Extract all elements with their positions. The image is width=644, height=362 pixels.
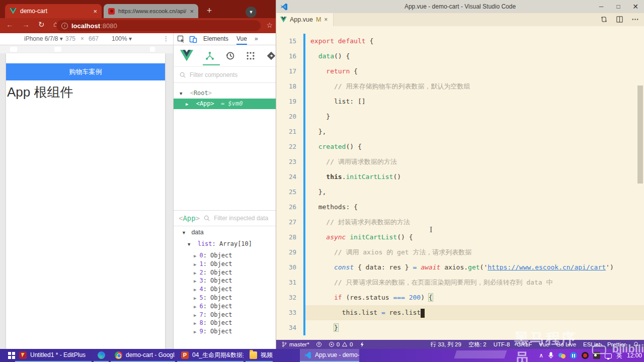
state-entry-5[interactable]: ▶5: Object bbox=[174, 294, 276, 302]
collapse-arrow-icon[interactable]: ▼ bbox=[180, 91, 182, 96]
device-toolbar-menu-icon[interactable]: ⋮ bbox=[163, 35, 169, 42]
bookmark-star-icon[interactable]: ☆ bbox=[266, 21, 273, 29]
code-line-30[interactable]: 30 const { data: res } = await axios.get… bbox=[276, 260, 644, 275]
notifications-bell[interactable] bbox=[633, 341, 639, 347]
routing-tab-icon[interactable] bbox=[266, 51, 276, 61]
tray-chevron-up-icon[interactable]: ∧ bbox=[539, 352, 543, 359]
code-line-33[interactable]: 33 this.list = res.list bbox=[276, 305, 644, 320]
taskbar-item-powerpoint[interactable]: P04_生命周期&数据共... bbox=[177, 349, 244, 362]
prettier-indicator[interactable]: Prettier bbox=[607, 341, 626, 347]
open-changes-icon[interactable] bbox=[600, 16, 608, 23]
cursor-position-indicator[interactable]: 行 33, 列 29 bbox=[431, 341, 461, 348]
microphone-icon[interactable] bbox=[548, 352, 554, 359]
filter-components-input[interactable]: Filter components bbox=[174, 67, 276, 83]
taskbar-item-chrome[interactable]: demo-cart - Googl... bbox=[111, 349, 175, 362]
record-icon[interactable] bbox=[582, 352, 589, 359]
collapse-arrow-icon[interactable]: ▼ bbox=[188, 242, 190, 247]
expand-arrow-icon[interactable]: ▶ bbox=[194, 262, 196, 267]
code-line-15[interactable]: 15export default { bbox=[276, 34, 644, 49]
eslint-indicator[interactable]: ESLint bbox=[583, 341, 600, 347]
indentation-indicator[interactable]: 空格: 2 bbox=[468, 341, 487, 348]
inspect-element-icon[interactable] bbox=[177, 35, 185, 43]
git-branch-indicator[interactable]: master* bbox=[281, 341, 309, 347]
timeline-tab-icon[interactable] bbox=[225, 51, 235, 61]
address-bar[interactable]: i localhost:8080 bbox=[56, 20, 261, 31]
feedback-lightning[interactable] bbox=[359, 341, 365, 347]
browser-extension-button[interactable]: ▼ bbox=[246, 7, 257, 18]
state-entry-4[interactable]: ▶4: Object bbox=[174, 285, 276, 294]
zoom-select[interactable]: 100% ▾ bbox=[112, 35, 132, 42]
tab-close-icon[interactable]: × bbox=[324, 16, 328, 23]
state-entry-3[interactable]: ▶3: Object bbox=[174, 277, 276, 285]
editor-tab-appvue[interactable]: App.vue M × bbox=[276, 13, 334, 26]
state-group-data[interactable]: ▼ data bbox=[182, 229, 204, 236]
tab-close-icon[interactable]: × bbox=[93, 8, 97, 15]
tab-close-icon[interactable]: × bbox=[190, 8, 194, 15]
taskbar-item-folder[interactable]: 视频 bbox=[246, 349, 273, 362]
toggle-device-toolbar-icon[interactable] bbox=[189, 35, 197, 43]
code-line-16[interactable]: 16 data() { bbox=[276, 49, 644, 64]
more-actions-icon[interactable] bbox=[631, 16, 639, 23]
encoding-indicator[interactable]: UTF-8 bbox=[494, 341, 510, 347]
taskbar-item-vscode[interactable]: App.vue - demo-ca... bbox=[300, 349, 359, 362]
go-live-button[interactable]: Go Live bbox=[556, 341, 576, 347]
reload-icon[interactable]: ↻ bbox=[38, 20, 45, 29]
maximize-button[interactable]: □ bbox=[610, 0, 627, 13]
devtools-tab-vue[interactable]: Vue bbox=[236, 35, 247, 45]
code-line-28[interactable]: 28 async initCartList() { bbox=[276, 230, 644, 245]
close-button[interactable]: ✕ bbox=[627, 0, 644, 13]
device-width-field[interactable]: 375 bbox=[65, 35, 75, 42]
expand-arrow-icon[interactable]: ▶ bbox=[194, 287, 196, 292]
code-line-22[interactable]: 22 created() { bbox=[276, 139, 644, 154]
taskbar-item-editplus[interactable]: Untitled1 * - EditPlus bbox=[15, 349, 92, 362]
tree-node-root[interactable]: ▼ <Root> bbox=[180, 89, 212, 97]
expand-arrow-icon[interactable]: ▶ bbox=[194, 296, 196, 301]
state-entry-8[interactable]: ▶8: Object bbox=[174, 319, 276, 327]
device-height-field[interactable]: 667 bbox=[89, 35, 99, 42]
code-line-31[interactable]: 31 // 只要请求回来的数据，在页面渲染期间要用到，则必须转存到 data 中 bbox=[276, 275, 644, 290]
state-entry-7[interactable]: ▶7: Object bbox=[174, 311, 276, 319]
browser-tab-escook[interactable]: https://www.escook.cn/api/ca × bbox=[104, 4, 198, 18]
state-entry-0[interactable]: ▶0: Object bbox=[174, 251, 276, 260]
code-line-18[interactable]: 18 // 用来存储购物车的列表数据，默认为空数组 bbox=[276, 79, 644, 94]
state-entry-6[interactable]: ▶6: Object bbox=[174, 302, 276, 311]
expand-arrow-icon[interactable]: ▶ bbox=[194, 313, 196, 318]
tree-node-app-selected[interactable]: ▶ <App> = $vm0 bbox=[174, 99, 276, 109]
taskbar-item-edge[interactable] bbox=[94, 349, 109, 362]
expand-arrow-icon[interactable]: ▶ bbox=[194, 329, 196, 334]
expand-arrow-icon[interactable]: ▶ bbox=[194, 253, 196, 258]
ime-indicator[interactable]: 英 bbox=[616, 351, 622, 360]
code-line-19[interactable]: 19 list: [] bbox=[276, 94, 644, 109]
devtools-more-tabs-icon[interactable]: » bbox=[255, 35, 258, 42]
state-entry-1[interactable]: ▶1: Object bbox=[174, 260, 276, 268]
code-line-26[interactable]: 26 methods: { bbox=[276, 200, 644, 215]
plugins-tab-icon[interactable] bbox=[246, 51, 256, 61]
eol-indicator[interactable]: CRLF bbox=[517, 341, 532, 347]
expand-arrow-icon[interactable]: ▶ bbox=[194, 270, 196, 276]
collapse-arrow-icon[interactable]: ▼ bbox=[182, 230, 186, 235]
state-entry-2[interactable]: ▶2: Object bbox=[174, 268, 276, 277]
code-line-32[interactable]: 32 if (res.status === 200) { bbox=[276, 290, 644, 305]
state-list-node[interactable]: ▼ list: Array[10] bbox=[188, 240, 252, 247]
code-editor[interactable]: 15export default {16 data() {17 return {… bbox=[276, 26, 644, 340]
code-line-17[interactable]: 17 return { bbox=[276, 64, 644, 79]
expand-arrow-icon[interactable]: ▶ bbox=[194, 304, 196, 309]
site-info-icon[interactable]: i bbox=[61, 23, 68, 29]
split-editor-icon[interactable] bbox=[616, 16, 623, 23]
code-line-29[interactable]: 29 // 调用 axios 的 get 方法，请求列表数据 bbox=[276, 245, 644, 260]
sync-changes-button[interactable] bbox=[316, 341, 322, 347]
language-mode-indicator[interactable]: Vue bbox=[539, 341, 549, 347]
code-line-24[interactable]: 24 this.initCartList() bbox=[276, 169, 644, 185]
filter-inspected-placeholder[interactable]: Filter inspected data bbox=[214, 215, 268, 222]
code-line-23[interactable]: 23 // 调用请求数据的方法 bbox=[276, 154, 644, 169]
browser-tab-demo-cart[interactable]: demo-cart × bbox=[5, 4, 102, 18]
code-line-21[interactable]: 21 }, bbox=[276, 124, 644, 139]
forward-icon[interactable]: → bbox=[22, 20, 30, 29]
capture-icon[interactable] bbox=[593, 352, 600, 359]
minimize-button[interactable]: ─ bbox=[593, 0, 610, 13]
devtools-tab-elements[interactable]: Elements bbox=[203, 35, 228, 42]
state-entry-9[interactable]: ▶9: Object bbox=[174, 327, 276, 336]
problems-indicator[interactable]: 0 0 bbox=[329, 341, 353, 347]
vscode-titlebar[interactable]: App.vue - demo-cart - Visual Studio Code… bbox=[276, 0, 644, 13]
expand-arrow-icon[interactable]: ▶ bbox=[194, 321, 196, 326]
